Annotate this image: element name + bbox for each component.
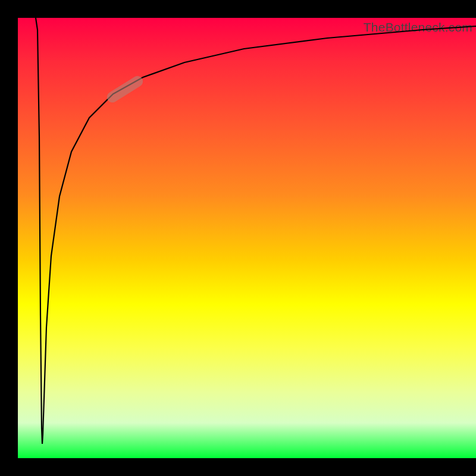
plot-area: TheBottleneck.com (18, 18, 476, 458)
highlight-pill (105, 74, 145, 104)
watermark-text: TheBottleneck.com (364, 20, 472, 35)
bottleneck-curve (18, 18, 476, 458)
chart-frame: TheBottleneck.com (0, 0, 476, 476)
